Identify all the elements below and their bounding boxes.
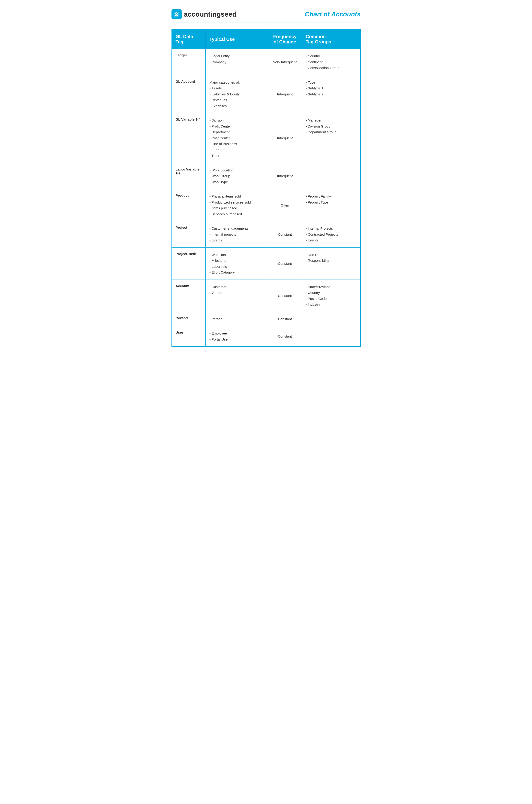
table-row: GL Variable 1-4- Division - Profit Cente…: [172, 113, 361, 163]
row-common-tags: - State/Province - Country - Postal Code…: [302, 279, 361, 312]
table-row: Labor Variable 1-2- Work Location - Work…: [172, 163, 361, 189]
row-common-tags: [302, 326, 361, 347]
row-typical-use: - Work Location - Work Group - Work Type: [206, 163, 268, 189]
row-frequency: Infrequent: [268, 163, 302, 189]
table-row: User- Employee - Portal UserConstant: [172, 326, 361, 347]
main-table: GL Data Tag Typical Use Frequency of Cha…: [171, 29, 361, 347]
col-header-common-tags: Common Tag Groups: [302, 30, 361, 49]
col-header-typical-use: Typical Use: [206, 30, 268, 49]
chart-of-accounts-title: Chart of Accounts: [305, 11, 361, 18]
row-common-tags: - Type - Subtype 1 - Subtype 2: [302, 75, 361, 113]
row-typical-use: - Customer engagements - Internal projec…: [206, 221, 268, 248]
row-label-ledger: Ledger: [172, 49, 206, 75]
row-frequency: Infrequent: [268, 75, 302, 113]
row-typical-use: - Customer - Vendor: [206, 279, 268, 312]
row-common-tags: - Due Date - Responsibility: [302, 248, 361, 279]
logo-text-bold: seed: [221, 11, 236, 18]
row-common-tags: - Manager - Division Group - Department …: [302, 113, 361, 163]
logo-icon: [171, 9, 182, 19]
row-frequency: Constant: [268, 312, 302, 326]
table-row: Project Task- Work Task - Milestone - La…: [172, 248, 361, 279]
col-header-gl-data-tag: GL Data Tag: [172, 30, 206, 49]
row-frequency: Constant: [268, 221, 302, 248]
row-common-tags: - Country - Continent - Consolidation Gr…: [302, 49, 361, 75]
row-label-gl-variable-1-4: GL Variable 1-4: [172, 113, 206, 163]
col-header-frequency: Frequency of Change: [268, 30, 302, 49]
row-typical-use: - Work Task - Milestone - Labor role - E…: [206, 248, 268, 279]
row-typical-use: - Legal Entity - Company: [206, 49, 268, 75]
row-frequency: Very Infrequent: [268, 49, 302, 75]
row-label-account: Account: [172, 279, 206, 312]
table-row: Account- Customer - VendorConstant- Stat…: [172, 279, 361, 312]
row-common-tags: [302, 312, 361, 326]
page-wrapper: accountingseed Chart of Accounts GL Data…: [165, 5, 368, 356]
svg-point-1: [176, 14, 177, 15]
row-label-labor-variable-1-2: Labor Variable 1-2: [172, 163, 206, 189]
row-common-tags: [302, 163, 361, 189]
row-label-product: Product: [172, 189, 206, 221]
row-common-tags: - Internal Projects - Contracted Project…: [302, 221, 361, 248]
row-typical-use: - Physical items sold - Productized serv…: [206, 189, 268, 221]
row-label-gl-account: GL Account: [172, 75, 206, 113]
row-typical-use: - Employee - Portal User: [206, 326, 268, 347]
logo-text-plain: accounting: [184, 11, 221, 18]
logo-area: accountingseed: [171, 9, 236, 19]
row-frequency: Constant: [268, 248, 302, 279]
row-typical-use: Major categories of: - Assets - Liabilit…: [206, 75, 268, 113]
row-typical-use: - Person: [206, 312, 268, 326]
row-label-project-task: Project Task: [172, 248, 206, 279]
row-label-contact: Contact: [172, 312, 206, 326]
row-frequency: Constant: [268, 326, 302, 347]
row-typical-use: - Division - Profit Center - Department …: [206, 113, 268, 163]
row-label-user: User: [172, 326, 206, 347]
logo-text: accountingseed: [184, 11, 236, 18]
row-frequency: Constant: [268, 279, 302, 312]
table-header-row: GL Data Tag Typical Use Frequency of Cha…: [172, 30, 361, 49]
row-label-project: Project: [172, 221, 206, 248]
row-frequency: Often: [268, 189, 302, 221]
table-row: Ledger- Legal Entity - CompanyVery Infre…: [172, 49, 361, 75]
table-row: GL AccountMajor categories of: - Assets …: [172, 75, 361, 113]
table-row: Project- Customer engagements - Internal…: [172, 221, 361, 248]
header: accountingseed Chart of Accounts: [171, 9, 361, 22]
table-row: Product- Physical items sold - Productiz…: [172, 189, 361, 221]
row-common-tags: - Product Family - Product Type: [302, 189, 361, 221]
table-row: Contact- PersonConstant: [172, 312, 361, 326]
row-frequency: Infrequent: [268, 113, 302, 163]
